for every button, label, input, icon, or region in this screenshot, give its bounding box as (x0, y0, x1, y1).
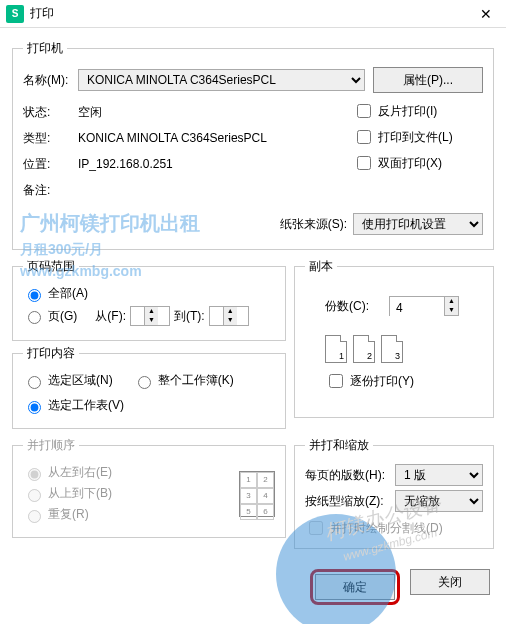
from-label: 从(F): (95, 308, 126, 325)
fit-select[interactable]: 无缩放 (395, 490, 483, 512)
order-lr-radio: 从左到右(E) (23, 464, 239, 481)
printer-group: 打印机 名称(M): KONICA MINOLTA C364SeriesPCL … (12, 40, 494, 250)
printer-legend: 打印机 (23, 40, 67, 57)
range-legend: 页码范围 (23, 258, 79, 275)
collate-checkbox[interactable]: 逐份打印(Y) (325, 371, 483, 391)
order-repeat-radio: 重复(R) (23, 506, 239, 523)
order-group: 并打顺序 从左到右(E) 从上到下(B) 重复(R) 123456 (12, 437, 286, 538)
comment-label: 备注: (23, 182, 78, 199)
page-icon: 2 (353, 335, 375, 363)
perpage-label: 每页的版数(H): (305, 467, 395, 484)
page-icon: 3 (381, 335, 403, 363)
copies-input[interactable]: ▲▼ (389, 296, 459, 316)
copies-label: 份数(C): (325, 298, 369, 315)
status-label: 状态: (23, 104, 78, 121)
perpage-select[interactable]: 1 版 (395, 464, 483, 486)
where-label: 位置: (23, 156, 78, 173)
window-title: 打印 (30, 5, 466, 22)
duplex-checkbox[interactable]: 双面打印(X) (353, 153, 483, 173)
what-legend: 打印内容 (23, 345, 79, 362)
properties-button[interactable]: 属性(P)... (373, 67, 483, 93)
to-input[interactable]: ▲▼ (209, 306, 249, 326)
what-group: 打印内容 选定区域(N) 整个工作簿(K) 选定工作表(V) (12, 345, 286, 429)
copies-legend: 副本 (305, 258, 337, 275)
order-tb-radio: 从上到下(B) (23, 485, 239, 502)
source-select[interactable]: 使用打印机设置 (353, 213, 483, 235)
fit-label: 按纸型缩放(Z): (305, 493, 395, 510)
close-icon[interactable]: ✕ (466, 6, 506, 22)
from-input[interactable]: ▲▼ (130, 306, 170, 326)
app-icon: S (6, 5, 24, 23)
scale-group: 并打和缩放 每页的版数(H): 1 版 按纸型缩放(Z): 无缩放 并打时绘制分… (294, 437, 494, 549)
name-label: 名称(M): (23, 72, 78, 89)
ok-button[interactable]: 确定 (315, 574, 395, 600)
source-label: 纸张来源(S): (280, 216, 347, 233)
what-selection-radio[interactable]: 选定区域(N) (23, 372, 113, 389)
range-all-radio[interactable]: 全部(A) (23, 285, 275, 302)
what-sheet-radio[interactable]: 选定工作表(V) (23, 397, 275, 414)
type-label: 类型: (23, 130, 78, 147)
copies-group: 副本 份数(C): ▲▼ 1 2 3 逐份打印(Y) (294, 258, 494, 418)
order-legend: 并打顺序 (23, 437, 79, 454)
order-preview-icon: 123456 (239, 471, 275, 517)
type-value: KONICA MINOLTA C364SeriesPCL (78, 131, 267, 145)
what-workbook-radio[interactable]: 整个工作簿(K) (133, 372, 234, 389)
range-group: 页码范围 全部(A) 页(G) 从(F): ▲▼ 到(T): ▲▼ (12, 258, 286, 341)
to-label: 到(T): (174, 308, 205, 325)
range-pages-radio[interactable]: 页(G) (23, 308, 77, 325)
cancel-button[interactable]: 关闭 (410, 569, 490, 595)
printer-select[interactable]: KONICA MINOLTA C364SeriesPCL (78, 69, 365, 91)
tofile-checkbox[interactable]: 打印到文件(L) (353, 127, 483, 147)
where-value: IP_192.168.0.251 (78, 157, 173, 171)
drawline-checkbox: 并打时绘制分割线(D) (305, 518, 483, 538)
scale-legend: 并打和缩放 (305, 437, 373, 454)
reverse-checkbox[interactable]: 反片打印(I) (353, 101, 483, 121)
status-value: 空闲 (78, 104, 102, 121)
page-icon: 1 (325, 335, 347, 363)
